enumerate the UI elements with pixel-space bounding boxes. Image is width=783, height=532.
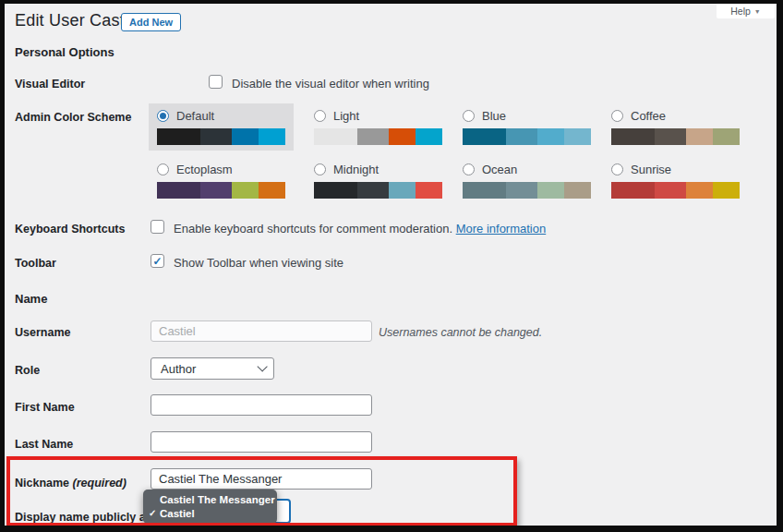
color-swatch (463, 182, 506, 199)
color-scheme-option-coffee[interactable]: Coffee (603, 103, 748, 151)
username-label: Username (15, 326, 70, 339)
color-scheme-option-midnight[interactable]: Midnight (306, 157, 451, 204)
role-selected-value: Author (161, 362, 196, 376)
name-section-heading: Name (15, 292, 47, 306)
color-swatch (686, 128, 713, 145)
username-input (151, 320, 372, 342)
color-swatch (232, 182, 259, 199)
color-scheme-name: Coffee (631, 109, 666, 123)
color-swatch (655, 182, 685, 199)
chevron-down-icon: ▼ (754, 8, 761, 15)
color-swatch (157, 182, 200, 199)
first-name-label: First Name (15, 401, 75, 414)
color-swatch (463, 128, 506, 145)
last-name-input[interactable] (151, 431, 372, 453)
color-swatch (357, 182, 388, 199)
help-tab[interactable]: Help ▼ (717, 4, 775, 18)
color-swatch-bar (463, 128, 591, 145)
keyboard-shortcuts-label: Keyboard Shortcuts (15, 223, 125, 236)
color-scheme-name: Sunrise (631, 163, 671, 176)
dropdown-option-label: Castiel (160, 508, 195, 519)
radio-icon[interactable] (611, 163, 623, 175)
check-icon: ✓ (149, 508, 160, 518)
color-swatch (357, 128, 388, 145)
color-swatch (611, 128, 655, 145)
username-note: Usernames cannot be changed. (379, 326, 542, 339)
visual-editor-checkbox-label[interactable]: Disable the visual editor when writing (232, 77, 429, 91)
toolbar-label: Toolbar (15, 257, 56, 270)
color-swatch (416, 128, 442, 145)
dropdown-option[interactable]: Castiel The Messanger (143, 492, 277, 506)
color-swatch-bar (611, 128, 740, 145)
required-note: (required) (73, 477, 126, 490)
color-swatch (259, 128, 285, 145)
color-scheme-name: Blue (482, 109, 506, 123)
toolbar-checkbox-label[interactable]: Show Toolbar when viewing site (174, 256, 343, 270)
visual-editor-label: Visual Editor (15, 78, 85, 91)
color-scheme-option-default[interactable]: Default (149, 103, 294, 151)
color-swatch (686, 182, 713, 199)
color-swatch (232, 128, 259, 145)
color-scheme-name: Default (176, 109, 214, 123)
nickname-label: Nickname (required) (15, 477, 126, 490)
color-swatch (611, 182, 655, 199)
radio-icon[interactable] (611, 110, 623, 122)
radio-icon[interactable] (157, 163, 169, 175)
color-swatch-bar (157, 182, 285, 199)
help-tab-label: Help (730, 6, 751, 17)
chevron-down-icon (257, 361, 267, 371)
color-scheme-option-ocean[interactable]: Ocean (454, 157, 599, 204)
display-name-dropdown-menu: Castiel The Messanger✓Castiel (143, 490, 277, 524)
color-swatch-bar (314, 128, 442, 145)
radio-icon[interactable] (314, 163, 326, 175)
color-swatch (314, 128, 357, 145)
radio-icon[interactable] (157, 110, 169, 122)
color-swatch-bar (611, 182, 740, 199)
radio-icon[interactable] (463, 110, 475, 122)
color-scheme-option-sunrise[interactable]: Sunrise (603, 157, 748, 204)
keyboard-shortcuts-checkbox[interactable] (151, 220, 164, 234)
last-name-label: Last Name (15, 438, 73, 451)
color-scheme-option-ectoplasm[interactable]: Ectoplasm (149, 157, 294, 204)
role-label: Role (15, 364, 40, 377)
toolbar-checkbox[interactable]: ✓ (151, 254, 164, 268)
nickname-input[interactable] (151, 468, 372, 490)
color-scheme-option-light[interactable]: Light (306, 103, 451, 151)
color-swatch-bar (314, 182, 442, 199)
color-swatch (506, 182, 536, 199)
color-scheme-name: Ocean (482, 163, 517, 176)
radio-icon[interactable] (463, 163, 475, 175)
color-swatch (506, 128, 536, 145)
color-swatch-bar (463, 182, 591, 199)
more-information-link[interactable]: More information (456, 222, 547, 236)
personal-options-heading: Personal Options (15, 45, 114, 59)
dropdown-option-label: Castiel The Messanger (160, 494, 275, 505)
color-swatch (200, 128, 231, 145)
display-name-label: Display name publicly as (15, 511, 152, 524)
add-new-button[interactable]: Add New (121, 13, 181, 31)
color-scheme-name: Ectoplasm (176, 163, 233, 176)
first-name-input[interactable] (151, 394, 372, 416)
role-select[interactable]: Author (151, 357, 274, 380)
color-scheme-option-blue[interactable]: Blue (454, 103, 599, 151)
color-swatch (564, 182, 591, 199)
color-swatch (157, 128, 200, 145)
color-swatch (416, 182, 442, 199)
color-swatch (537, 128, 564, 145)
edit-user-page: Help ▼ Edit User Castiel Add New Persona… (5, 4, 777, 526)
color-swatch (259, 182, 285, 199)
color-swatch-bar (157, 128, 285, 145)
admin-color-scheme-label: Admin Color Scheme (15, 111, 131, 124)
color-swatch (389, 182, 416, 199)
dropdown-option[interactable]: ✓Castiel (143, 506, 277, 520)
color-swatch (713, 128, 740, 145)
color-swatch (314, 182, 357, 199)
color-swatch (564, 128, 591, 145)
color-swatch (200, 182, 231, 199)
visual-editor-checkbox[interactable] (209, 75, 223, 89)
check-icon: ✓ (152, 256, 162, 267)
color-scheme-name: Light (333, 109, 359, 123)
color-swatch (389, 128, 416, 145)
color-swatch (713, 182, 740, 199)
radio-icon[interactable] (314, 110, 326, 122)
